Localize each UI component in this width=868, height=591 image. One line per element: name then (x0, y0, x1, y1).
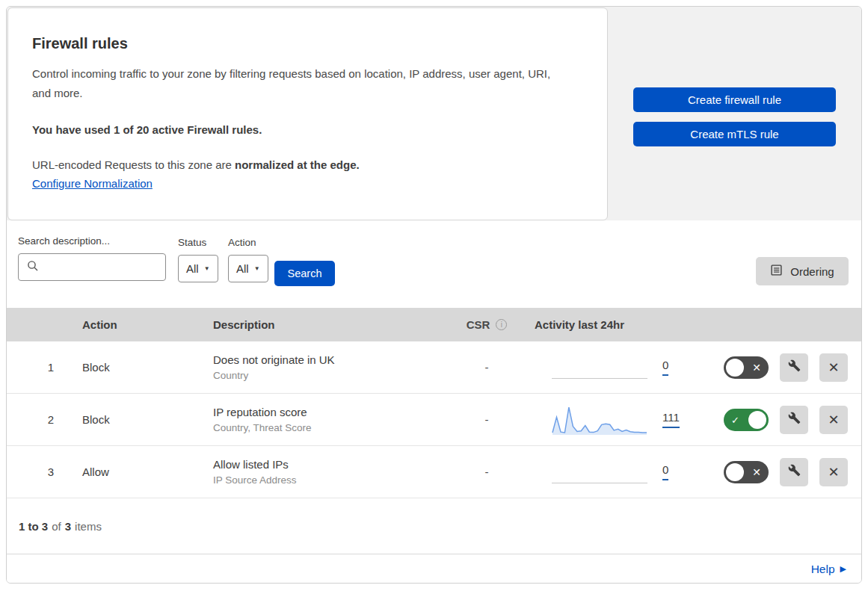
action-column-header: Action (76, 318, 206, 331)
toggle-knob (748, 411, 766, 429)
rule-toggle[interactable]: ✕ (724, 461, 769, 483)
search-label: Search description... (18, 235, 166, 247)
edit-rule-button[interactable] (780, 406, 808, 434)
activity-count-link[interactable]: 0 (662, 359, 668, 376)
info-icon[interactable]: i (496, 319, 507, 330)
search-group: Search description... (18, 235, 166, 281)
rule-priority: 2 (7, 413, 76, 426)
toggle-off-x-icon: ✕ (752, 362, 761, 374)
search-button[interactable]: Search (274, 261, 335, 286)
normalization-prefix: URL-encoded Requests to this zone are (32, 158, 235, 171)
csr-header-label: CSR (467, 318, 490, 331)
items-text: items (75, 520, 102, 533)
wrench-icon (788, 464, 801, 480)
rule-toggle[interactable]: ✕ (724, 356, 769, 379)
rule-criteria: IP Source Address (213, 474, 446, 486)
status-filter-group: Status All ▼ (178, 237, 218, 282)
rule-priority: 3 (7, 465, 76, 478)
csr-value: - (446, 465, 528, 478)
rule-description-cell: Allow listed IPs IP Source Address (206, 458, 446, 486)
search-input[interactable] (45, 262, 157, 273)
activity-sparkline-flat (552, 350, 647, 385)
normalization-note: URL-encoded Requests to this zone are no… (32, 156, 562, 174)
ordering-button[interactable]: Ordering (756, 257, 849, 285)
configure-normalization-link[interactable]: Configure Normalization (32, 177, 153, 190)
table-row: 2 Block IP reputation score Country, Thr… (7, 394, 861, 446)
rule-controls: ✕ ✕ (692, 353, 861, 382)
wrench-icon (788, 412, 801, 428)
range-text: 1 to 3 (19, 520, 48, 533)
normalization-bold: normalized at the edge. (235, 158, 360, 171)
rule-controls: ✓ ✕ (692, 406, 861, 434)
rule-description: Does not originate in UK (213, 353, 446, 366)
status-dropdown[interactable]: All ▼ (178, 255, 218, 282)
csr-value: - (446, 413, 528, 426)
usage-summary: You have used 1 of 20 active Firewall ru… (32, 123, 562, 136)
table-header: Action Description CSR i Activity last 2… (7, 308, 861, 341)
delete-rule-button[interactable]: ✕ (819, 353, 848, 382)
rule-description: Allow listed IPs (213, 458, 446, 471)
table-row: 1 Block Does not originate in UK Country… (7, 341, 861, 394)
activity-cell: 0 (528, 455, 692, 489)
rule-action: Block (76, 413, 206, 426)
search-box (18, 253, 166, 281)
chevron-down-icon: ▼ (254, 265, 260, 272)
activity-count-link[interactable]: 0 (662, 463, 668, 480)
activity-column-header: Activity last 24hr (528, 318, 692, 331)
csr-value: - (446, 361, 528, 374)
help-label: Help (811, 563, 835, 576)
edit-rule-button[interactable] (780, 353, 808, 382)
create-firewall-rule-button[interactable]: Create firewall rule (633, 87, 836, 112)
rule-description-cell: Does not originate in UK Country (206, 353, 446, 381)
intro-card: Firewall rules Control incoming traffic … (7, 7, 608, 220)
edit-rule-button[interactable] (780, 458, 808, 486)
filter-bar: Search description... Status All ▼ Actio… (7, 220, 861, 308)
chevron-down-icon: ▼ (204, 265, 210, 272)
action-label: Action (228, 237, 268, 248)
description-column-header: Description (206, 318, 446, 331)
toggle-off-x-icon: ✕ (752, 466, 761, 478)
rule-description-cell: IP reputation score Country, Threat Scor… (206, 406, 446, 433)
activity-cell: 111 (528, 403, 692, 437)
rule-action: Allow (76, 465, 206, 478)
pagination-summary: 1 to 3 of 3 items (7, 498, 861, 554)
ordering-button-label: Ordering (790, 265, 834, 278)
toggle-knob (726, 463, 744, 481)
create-actions-panel: Create firewall rule Create mTLS rule (608, 7, 861, 220)
activity-sparkline-flat (552, 455, 647, 489)
rule-toggle[interactable]: ✓ (724, 409, 769, 431)
page-description: Control incoming traffic to your zone by… (32, 64, 562, 103)
rule-action: Block (76, 361, 206, 374)
close-icon: ✕ (828, 464, 839, 480)
status-dropdown-value: All (186, 262, 199, 275)
help-arrow-icon: ▶ (840, 564, 846, 574)
action-filter-group: Action All ▼ (228, 237, 268, 282)
activity-sparkline-chart (552, 403, 647, 437)
of-text: of (52, 520, 61, 533)
table-row: 3 Allow Allow listed IPs IP Source Addre… (7, 446, 861, 498)
close-icon: ✕ (828, 412, 839, 428)
rule-description: IP reputation score (213, 406, 446, 418)
rule-controls: ✕ ✕ (692, 458, 861, 486)
activity-count-link[interactable]: 111 (662, 411, 680, 428)
toggle-knob (726, 359, 744, 377)
rule-priority: 1 (7, 361, 76, 374)
search-icon (27, 260, 39, 275)
firewall-rules-card: Firewall rules Control incoming traffic … (6, 6, 862, 584)
rule-criteria: Country, Threat Score (213, 422, 446, 433)
csr-column-header: CSR i (446, 318, 528, 331)
close-icon: ✕ (828, 359, 839, 376)
total-count: 3 (65, 520, 71, 533)
wrench-icon (788, 359, 801, 376)
help-link[interactable]: Help ▶ (811, 563, 846, 576)
help-row: Help ▶ (7, 554, 861, 584)
action-dropdown-value: All (236, 262, 249, 275)
delete-rule-button[interactable]: ✕ (819, 406, 848, 434)
action-dropdown[interactable]: All ▼ (228, 255, 268, 282)
activity-cell: 0 (528, 350, 692, 385)
rule-criteria: Country (213, 370, 446, 381)
delete-rule-button[interactable]: ✕ (819, 458, 848, 486)
ordering-list-icon (770, 264, 783, 279)
create-mtls-rule-button[interactable]: Create mTLS rule (633, 122, 836, 146)
top-section: Firewall rules Control incoming traffic … (7, 7, 861, 220)
